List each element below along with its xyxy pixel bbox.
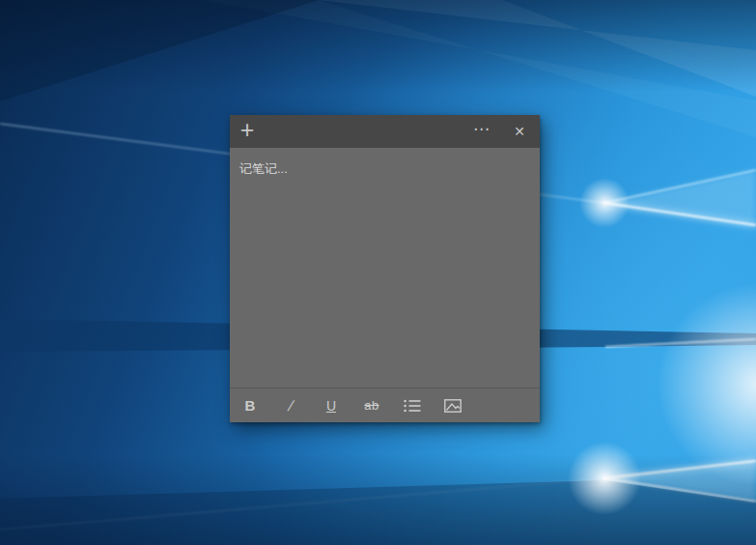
underline-icon: U xyxy=(326,398,336,414)
close-icon: ✕ xyxy=(514,124,525,139)
plus-icon: + xyxy=(240,118,255,142)
bold-icon: B xyxy=(245,397,256,414)
note-titlebar: + ⋯ ✕ xyxy=(230,115,540,148)
strikethrough-icon: ab xyxy=(364,398,378,413)
format-toolbar: B / U ab xyxy=(230,387,540,422)
close-button[interactable]: ✕ xyxy=(499,115,540,148)
italic-icon: / xyxy=(288,397,294,414)
underline-button[interactable]: U xyxy=(311,388,351,423)
note-editor[interactable]: 记笔记... xyxy=(230,148,540,387)
menu-button[interactable]: ⋯ xyxy=(464,115,499,148)
bullet-list-icon xyxy=(404,399,421,413)
ellipsis-icon: ⋯ xyxy=(473,119,490,139)
image-button[interactable] xyxy=(433,388,473,423)
bullet-list-button[interactable] xyxy=(392,388,433,423)
italic-button[interactable]: / xyxy=(270,388,311,423)
bold-button[interactable]: B xyxy=(230,388,270,423)
desktop: + ⋯ ✕ 记笔记... B / U ab xyxy=(0,0,756,545)
image-icon xyxy=(444,399,462,413)
sticky-note-window: + ⋯ ✕ 记笔记... B / U ab xyxy=(230,115,540,422)
note-placeholder: 记笔记... xyxy=(239,160,288,178)
strikethrough-button[interactable]: ab xyxy=(351,388,392,423)
new-note-button[interactable]: + xyxy=(230,115,265,148)
titlebar-drag-area[interactable] xyxy=(265,115,464,148)
